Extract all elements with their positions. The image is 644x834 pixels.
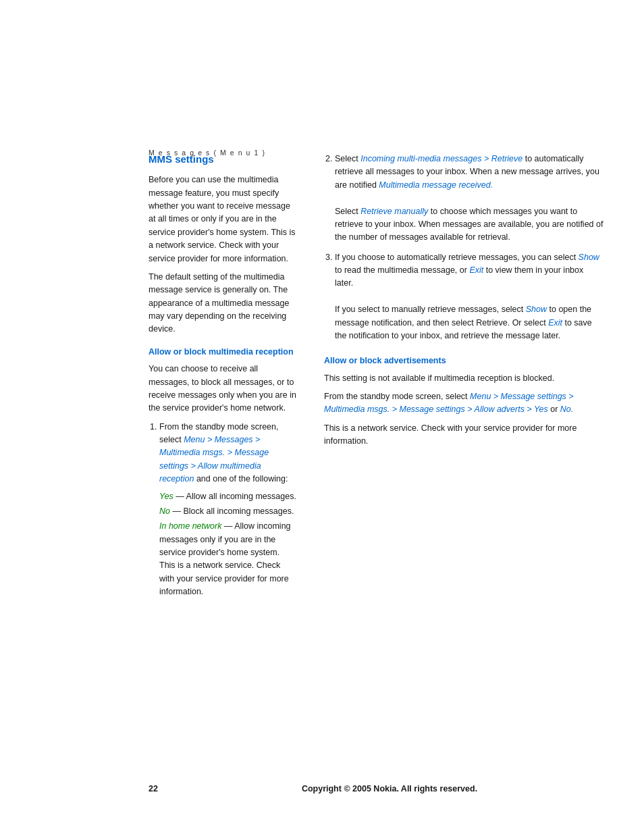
list-item2-intro: Select: [335, 154, 360, 163]
subsection2-para2-intro: From the standby mode screen, select: [324, 392, 470, 401]
option-yes: Yes — Allow all incoming messages.: [159, 490, 297, 503]
right-column: Select Incoming multi-media messages > R…: [324, 149, 603, 766]
mms-settings-title: MMS settings: [149, 151, 297, 167]
list-item2b-link: Retrieve manually: [360, 207, 428, 216]
subsection2-para3: This is a network service. Check with yo…: [324, 422, 603, 448]
list-item1-cont: and one of the following:: [194, 474, 288, 484]
list-item3b-text: If you select to manually retrieve messa…: [335, 305, 526, 314]
list-item3-text: If you choose to automatically retrieve …: [335, 253, 579, 262]
list-item-2: Select Incoming multi-media messages > R…: [335, 153, 603, 244]
list-item-1: From the standby mode screen, select Men…: [159, 421, 297, 599]
list-item2-notif: Multimedia message received.: [379, 180, 493, 190]
intro-para1: Before you can use the multimedia messag…: [149, 174, 297, 265]
left-list: From the standby mode screen, select Men…: [149, 421, 297, 599]
list-item2b-intro: Select: [335, 207, 360, 216]
list-item-3: If you choose to automatically retrieve …: [335, 251, 603, 343]
subsection1-para: You can choose to receive all messages, …: [149, 363, 297, 415]
intro-para2: The default setting of the multimedia me…: [149, 271, 297, 336]
option-no: No — Block all incoming messages.: [159, 505, 297, 518]
right-list: Select Incoming multi-media messages > R…: [324, 153, 603, 342]
copyright-text: Copyright © 2005 Nokia. All rights reser…: [176, 784, 603, 793]
left-column: MMS settings Before you can use the mult…: [149, 149, 297, 766]
page: M e s s a g e s ( M e n u 1 ) MMS settin…: [0, 0, 644, 834]
list-item3-exit: Exit: [469, 265, 483, 275]
option-home-label: In home network: [159, 521, 221, 531]
subsection2-title: Allow or block advertisements: [324, 355, 603, 367]
option-yes-label: Yes: [159, 492, 173, 501]
subsection2-para2-end: or: [548, 405, 560, 414]
list-item2-link: Incoming multi-media messages > Retrieve: [360, 154, 522, 163]
list-item3b-exit: Exit: [548, 318, 562, 328]
option-home: In home network — Allow incoming message…: [159, 520, 297, 598]
subsection1-title: Allow or block multimedia reception: [149, 346, 297, 359]
option-home-text: — Allow incoming messages only if you ar…: [159, 521, 291, 596]
list-item3-show: Show: [579, 253, 599, 262]
option-yes-text: — Allow all incoming messages.: [173, 492, 296, 501]
subsection2-para1: This setting is not available if multime…: [324, 372, 603, 385]
list-item3-mid: to read the multimedia message, or: [335, 265, 469, 275]
page-number: 22: [149, 784, 176, 793]
subsection2-para2-no: No.: [560, 405, 573, 414]
footer: 22 Copyright © 2005 Nokia. All rights re…: [149, 784, 603, 793]
option-no-label: No: [159, 506, 170, 516]
option-no-text: — Block all incoming messages.: [170, 506, 294, 516]
subsection2-para2: From the standby mode screen, select Men…: [324, 390, 603, 417]
content-area: MMS settings Before you can use the mult…: [149, 149, 603, 766]
list-item3b-show: Show: [526, 305, 547, 314]
